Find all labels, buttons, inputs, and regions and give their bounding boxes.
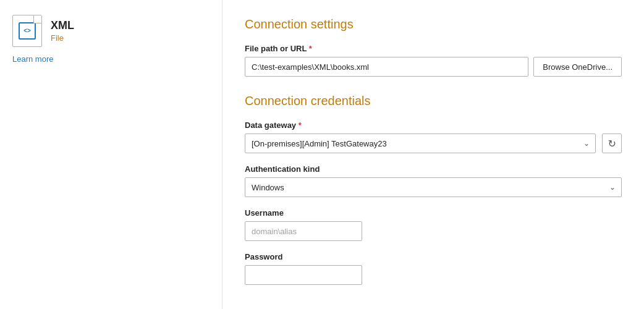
credentials-title: Connection credentials	[245, 94, 622, 108]
file-path-group: File path or URL * Browse OneDrive...	[245, 44, 622, 77]
auth-kind-select-wrapper: Windows ⌄	[245, 177, 622, 197]
browse-onedrive-button[interactable]: Browse OneDrive...	[533, 57, 622, 77]
sidebar-header: <> XML File	[12, 15, 210, 47]
username-input[interactable]	[245, 221, 362, 241]
main-content: Connection settings File path or URL * B…	[222, 0, 644, 309]
password-input[interactable]	[245, 265, 362, 285]
data-gateway-label: Data gateway *	[245, 121, 622, 130]
auth-kind-label: Authentication kind	[245, 164, 622, 174]
auth-kind-group: Authentication kind Windows ⌄	[245, 164, 622, 197]
file-path-required: *	[309, 44, 312, 53]
refresh-button[interactable]: ↺	[602, 133, 622, 153]
username-group: Username	[245, 208, 622, 241]
data-gateway-select-wrapper: [On-premises][Admin] TestGateway23 ⌄	[245, 133, 596, 153]
credentials-section: Connection credentials Data gateway * [O…	[245, 94, 622, 285]
data-gateway-row: [On-premises][Admin] TestGateway23 ⌄ ↺	[245, 133, 622, 153]
sidebar-subtitle: File	[51, 33, 74, 43]
password-group: Password	[245, 252, 622, 285]
xml-file-icon: <>	[12, 15, 42, 47]
learn-more-link[interactable]: Learn more	[12, 54, 210, 64]
refresh-icon: ↺	[608, 138, 616, 150]
data-gateway-group: Data gateway * [On-premises][Admin] Test…	[245, 121, 622, 153]
username-label: Username	[245, 208, 622, 218]
password-label: Password	[245, 252, 622, 261]
connection-settings-title: Connection settings	[245, 17, 622, 32]
data-gateway-select[interactable]: [On-premises][Admin] TestGateway23	[245, 133, 596, 153]
sidebar-title-group: XML File	[51, 19, 74, 43]
file-path-input[interactable]	[245, 57, 528, 77]
sidebar: <> XML File Learn more	[0, 0, 222, 309]
file-path-label: File path or URL *	[245, 44, 622, 53]
data-gateway-required: *	[299, 121, 302, 130]
xml-icon-inner: <>	[19, 22, 36, 40]
sidebar-title: XML	[51, 19, 74, 32]
file-path-input-row: Browse OneDrive...	[245, 57, 622, 77]
auth-kind-select[interactable]: Windows	[245, 177, 622, 197]
